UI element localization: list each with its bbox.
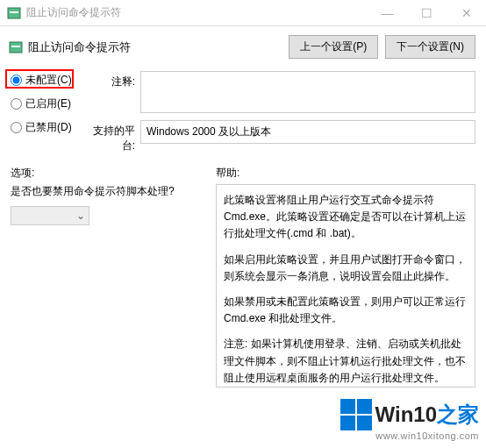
help-paragraph: 如果启用此策略设置，并且用户试图打开命令窗口，则系统会显示一条消息，说明设置会阻… [224,252,468,285]
titlebar: 阻止访问命令提示符 — ☐ ✕ [0,0,486,26]
header-row: 阻止访问命令提示符 上一个设置(P) 下一个设置(N) [0,26,486,64]
watermark: Win10之家 www.win10xitong.com [340,399,479,441]
comment-label: 注释: [82,71,135,89]
svg-rect-1 [10,11,18,13]
previous-setting-button[interactable]: 上一个设置(P) [289,35,378,59]
help-paragraph: 注意: 如果计算机使用登录、注销、启动或关机批处理文件脚本，则不阻止计算机运行批… [224,336,468,387]
window-controls: — ☐ ✕ [368,0,486,26]
policy-title: 阻止访问命令提示符 [28,39,289,55]
chevron-down-icon: ⌄ [76,210,85,222]
radio-enabled-input[interactable] [11,98,22,110]
radio-enabled-label: 已启用(E) [25,96,71,111]
radio-disabled[interactable]: 已禁用(D) [11,120,82,135]
radio-not-configured-label: 未配置(C) [25,73,72,88]
help-text-box[interactable]: 此策略设置将阻止用户运行交互式命令提示符 Cmd.exe。此策略设置还确定是否可… [216,184,475,388]
next-setting-button[interactable]: 下一个设置(N) [385,35,475,59]
window-title: 阻止访问命令提示符 [26,5,368,20]
app-icon [7,6,21,20]
platform-label: 支持的平台: [82,120,135,153]
radio-enabled[interactable]: 已启用(E) [11,96,82,111]
state-radio-group: 未配置(C) 已启用(E) 已禁用(D) [11,71,82,153]
help-paragraph: 如果禁用或未配置此策略设置，则用户可以正常运行 Cmd.exe 和批处理文件。 [224,294,468,327]
radio-not-configured-input[interactable] [11,75,22,86]
help-heading: 帮助: [216,166,239,181]
watermark-brand: Win10之家 [375,401,479,429]
options-question: 是否也要禁用命令提示符脚本处理? [11,184,209,199]
radio-disabled-input[interactable] [11,122,22,133]
watermark-url: www.win10xitong.com [375,430,479,441]
svg-rect-3 [11,46,20,47]
radio-not-configured[interactable]: 未配置(C) [11,73,82,88]
maximize-button[interactable]: ☐ [407,0,447,26]
comment-textarea[interactable] [140,71,475,113]
options-dropdown[interactable]: ⌄ [11,206,89,225]
radio-disabled-label: 已禁用(D) [25,120,72,135]
help-paragraph: 此策略设置将阻止用户运行交互式命令提示符 Cmd.exe。此策略设置还确定是否可… [224,192,468,243]
minimize-button[interactable]: — [368,0,407,26]
policy-icon [9,40,23,54]
platform-value: Windows 2000 及以上版本 [140,120,475,144]
options-heading: 选项: [11,166,216,181]
close-button[interactable]: ✕ [447,0,486,26]
windows-logo-icon [340,399,372,430]
